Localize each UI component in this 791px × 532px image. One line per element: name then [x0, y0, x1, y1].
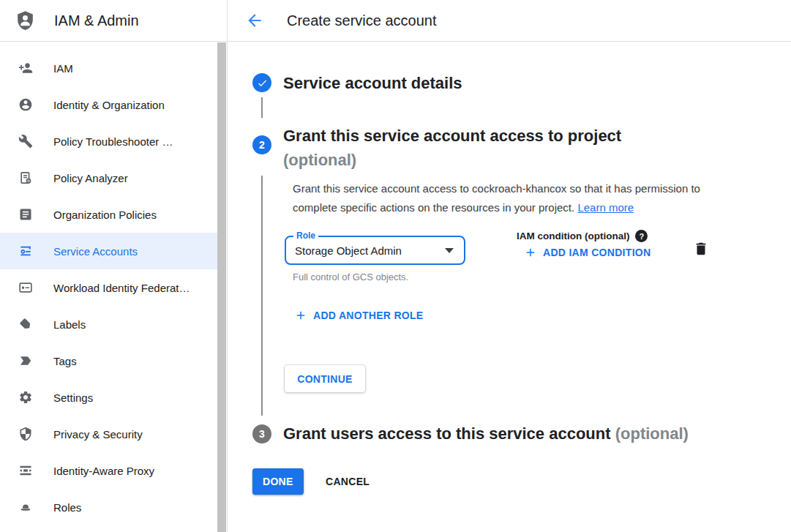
sidebar-item-workload-identity-federation[interactable]: Workload Identity Federat…	[0, 269, 217, 306]
role-select[interactable]: Role Storage Object Admin	[285, 236, 465, 265]
policy-analyzer-icon	[18, 171, 33, 185]
step3-optional-label: (optional)	[615, 424, 689, 443]
sidebar-item-labels[interactable]: Labels	[0, 306, 217, 342]
role-field-wrapper: Role Storage Object Admin	[285, 236, 465, 265]
app-title: IAM & Admin	[54, 12, 139, 29]
sidebar-item-policy-troubleshooter[interactable]: Policy Troubleshooter …	[0, 123, 217, 160]
delete-role-button[interactable]	[693, 240, 709, 258]
sidebar-item-label: Privacy & Security	[53, 428, 143, 441]
gear-icon	[18, 390, 33, 405]
stepper-connector	[261, 176, 263, 416]
sidebar-item-label: Roles	[53, 501, 81, 514]
step3-number: 3	[259, 428, 265, 440]
account-circle-icon	[18, 97, 33, 112]
sidebar-item-label: Identity-Aware Proxy	[53, 465, 154, 477]
sidebar-item-policy-analyzer[interactable]: Policy Analyzer	[0, 160, 217, 196]
sidebar-item-settings[interactable]: Settings	[0, 379, 217, 416]
role-helper-text: Full control of GCS objects.	[293, 271, 408, 282]
sidebar-item-label: Tags	[53, 355, 77, 367]
hat-icon	[18, 500, 33, 514]
role-field-label: Role	[293, 231, 318, 241]
sidebar-item-label: Service Accounts	[53, 245, 138, 258]
step3-heading: Grant users access to this service accou…	[283, 424, 689, 443]
sidebar: IAM & Admin IAM Identity & Organization …	[0, 0, 228, 532]
sidebar-scrollbar[interactable]	[217, 42, 226, 532]
sidebar-item-iam[interactable]: IAM	[0, 50, 217, 86]
step1-title: Service account details	[283, 74, 462, 93]
page-header: Create service account	[228, 0, 791, 42]
sidebar-item-service-accounts[interactable]: Service Accounts	[0, 233, 217, 269]
stepper-connector	[261, 97, 263, 118]
shield-half-icon	[18, 427, 33, 441]
service-account-icon	[18, 244, 33, 258]
cancel-button[interactable]: CANCEL	[320, 468, 375, 495]
sidebar-item-label: Settings	[53, 391, 93, 404]
step3-pending-circle: 3	[252, 424, 271, 443]
step2-number: 2	[259, 139, 265, 151]
sidebar-item-privacy-security[interactable]: Privacy & Security	[0, 416, 217, 452]
iam-condition-label: IAM condition (optional)	[517, 231, 629, 241]
label-icon	[18, 317, 33, 331]
step1-completed-circle	[252, 73, 271, 92]
sidebar-item-identity-organization[interactable]: Identity & Organization	[0, 86, 217, 123]
sidebar-item-tags[interactable]: Tags	[0, 342, 217, 379]
add-another-role-button[interactable]: ADD ANOTHER ROLE	[294, 309, 424, 322]
continue-button[interactable]: CONTINUE	[285, 365, 365, 392]
iam-admin-shield-person-icon	[14, 10, 37, 32]
plus-icon	[294, 309, 307, 322]
role-selected-value: Storage Object Admin	[295, 244, 445, 257]
done-button[interactable]: DONE	[252, 468, 304, 495]
sidebar-item-label: IAM	[53, 62, 73, 75]
sidebar-item-label: Identity & Organization	[53, 99, 165, 111]
trash-icon	[693, 240, 709, 258]
chevron-down-icon	[445, 248, 454, 253]
step2-optional-label: (optional)	[283, 148, 621, 172]
main-content: Service account details 2 Grant this ser…	[228, 42, 791, 532]
sidebar-item-label: Organization Policies	[53, 209, 157, 221]
iam-condition-header: IAM condition (optional) ?	[517, 230, 648, 242]
step2-heading: Grant this service account access to pro…	[283, 124, 621, 172]
add-iam-condition-button[interactable]: ADD IAM CONDITION	[524, 246, 651, 259]
proxy-icon	[18, 463, 33, 478]
sidebar-nav: IAM Identity & Organization Policy Troub…	[0, 50, 217, 525]
check-icon	[257, 78, 268, 89]
page-title: Create service account	[287, 12, 437, 29]
person-add-icon	[18, 61, 33, 75]
step2-title: Grant this service account access to pro…	[283, 124, 621, 148]
plus-icon	[524, 246, 537, 259]
sidebar-item-identity-aware-proxy[interactable]: Identity-Aware Proxy	[0, 452, 217, 489]
sidebar-item-label: Policy Analyzer	[53, 172, 128, 184]
article-icon	[18, 207, 33, 222]
back-button[interactable]	[245, 11, 264, 30]
sidebar-item-organization-policies[interactable]: Organization Policies	[0, 196, 217, 233]
step2-active-circle: 2	[252, 135, 271, 154]
help-icon[interactable]: ?	[635, 230, 648, 242]
wrench-icon	[18, 134, 33, 149]
arrow-left-icon	[245, 11, 264, 30]
sidebar-item-label: Workload Identity Federat…	[53, 282, 190, 294]
sidebar-item-roles[interactable]: Roles	[0, 489, 217, 525]
step2-description: Grant this service account access to coc…	[293, 179, 723, 217]
tag-icon	[18, 353, 33, 368]
sidebar-header: IAM & Admin	[0, 0, 227, 42]
step3-title: Grant users access to this service accou…	[283, 424, 611, 443]
id-card-icon	[18, 280, 33, 295]
sidebar-item-label: Policy Troubleshooter …	[53, 135, 173, 148]
sidebar-item-label: Labels	[53, 318, 86, 331]
learn-more-link[interactable]: Learn more	[577, 201, 634, 214]
